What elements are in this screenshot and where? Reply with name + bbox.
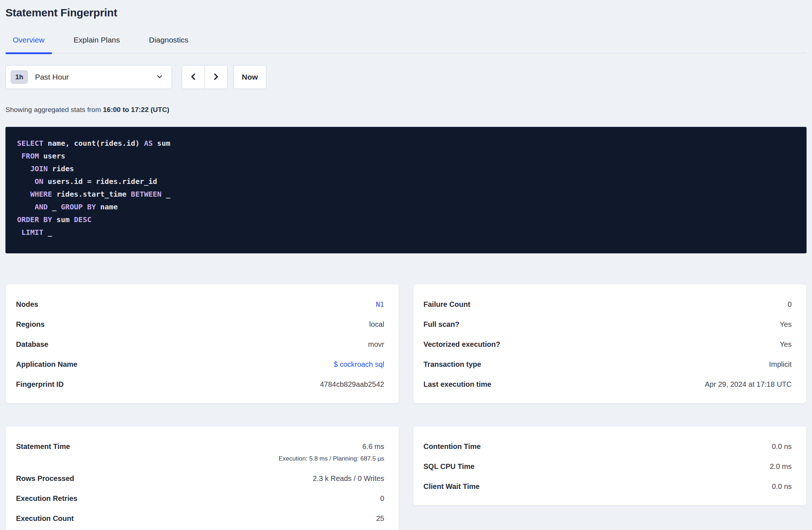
sql-text bbox=[17, 190, 30, 198]
tab-overview[interactable]: Overview bbox=[5, 36, 52, 53]
sql-text: users.id = rides.rider_id bbox=[43, 177, 157, 186]
stat-row: Client Wait Time0.0 ns bbox=[423, 477, 792, 497]
sql-keyword: ORDER BY bbox=[17, 215, 52, 224]
sql-text: name bbox=[96, 202, 118, 211]
sql-keyword: LIMIT bbox=[21, 228, 43, 237]
stats-line-prefix: Showing aggregated stats from bbox=[5, 106, 101, 113]
sql-line: JOIN rides bbox=[17, 162, 795, 175]
sql-line: WHERE rides.start_time BETWEEN _ bbox=[17, 188, 795, 201]
stat-row: NodesN1 bbox=[16, 294, 384, 314]
statement-info-card: NodesN1RegionslocalDatabasemovrApplicati… bbox=[5, 284, 399, 403]
tab-diagnostics[interactable]: Diagnostics bbox=[142, 36, 196, 53]
time-arrows-group bbox=[182, 65, 228, 89]
stat-label: Application Name bbox=[16, 360, 77, 369]
stat-row: Execution Count25 bbox=[16, 509, 384, 529]
time-picker: 1h Past Hour Now bbox=[5, 65, 807, 89]
stat-label: Client Wait Time bbox=[423, 482, 479, 491]
sql-text: sum bbox=[153, 139, 170, 148]
stat-row: Regionslocal bbox=[16, 314, 384, 334]
sql-line: ORDER BY sum DESC bbox=[17, 213, 795, 226]
stat-label: Database bbox=[16, 340, 48, 349]
sql-line: SELECT name, count(rides.id) AS sum bbox=[17, 137, 795, 150]
stat-row: Contention Time0.0 ns bbox=[423, 437, 792, 457]
sql-text: name, count(rides.id) bbox=[43, 139, 144, 148]
next-time-button[interactable] bbox=[205, 65, 228, 89]
sql-keyword: FROM bbox=[21, 152, 39, 160]
stat-value: 4784cb829aab2542 bbox=[320, 380, 384, 388]
chevron-down-icon bbox=[156, 73, 164, 82]
stat-row: Execution Retries0 bbox=[16, 489, 384, 509]
time-range-label: Past Hour bbox=[35, 73, 156, 81]
now-button[interactable]: Now bbox=[233, 65, 266, 89]
statement-timing-card: Statement Time6.6 msExecution: 5.8 ms / … bbox=[5, 426, 399, 530]
stat-row: Transaction typeImplicit bbox=[423, 354, 792, 374]
sql-line: FROM users bbox=[17, 150, 795, 162]
stat-row: Full scan?Yes bbox=[423, 314, 792, 334]
stat-value: 6.6 ms bbox=[362, 442, 384, 450]
stat-value: local bbox=[369, 320, 384, 328]
chevron-right-icon bbox=[212, 72, 220, 82]
stat-label: Execution Count bbox=[16, 514, 74, 523]
stat-label: Transaction type bbox=[423, 360, 481, 369]
sql-text bbox=[17, 164, 30, 173]
sql-line: ON users.id = rides.rider_id bbox=[17, 175, 795, 188]
stat-label: Fingerprint ID bbox=[16, 380, 64, 389]
stat-value: Yes bbox=[780, 340, 792, 348]
stat-row: Vectorized execution?Yes bbox=[423, 334, 792, 354]
stat-row: Failure Count0 bbox=[423, 294, 792, 314]
execution-attributes-card: Failure Count0Full scan?YesVectorized ex… bbox=[413, 284, 807, 403]
sql-keyword: BETWEEN bbox=[131, 190, 161, 198]
sql-line: AND _ GROUP BY name bbox=[17, 201, 795, 213]
sql-keyword: JOIN bbox=[30, 164, 48, 173]
stat-label: Execution Retries bbox=[16, 494, 77, 503]
stat-value-link[interactable]: $ cockroach sql bbox=[334, 360, 384, 368]
tab-explain-plans[interactable]: Explain Plans bbox=[67, 36, 127, 53]
sql-keyword: AS bbox=[144, 139, 153, 148]
stat-row: SQL CPU Time2.0 ms bbox=[423, 457, 792, 477]
stat-row: Rows Processed2.3 k Reads / 0 Writes bbox=[16, 469, 384, 489]
stats-cards: NodesN1RegionslocalDatabasemovrApplicati… bbox=[5, 284, 807, 530]
stat-value: 25 bbox=[376, 514, 384, 522]
stat-label: Nodes bbox=[16, 300, 38, 309]
sql-keyword: DESC bbox=[74, 215, 92, 224]
tab-bar: Overview Explain Plans Diagnostics bbox=[5, 36, 807, 53]
sql-text bbox=[17, 177, 35, 186]
sql-line: LIMIT _ bbox=[17, 226, 795, 239]
sql-text: rides.start_time bbox=[52, 190, 131, 198]
stat-label: Vectorized execution? bbox=[423, 340, 500, 349]
stat-value: 0 bbox=[380, 494, 384, 502]
wait-time-card: Contention Time0.0 nsSQL CPU Time2.0 msC… bbox=[413, 426, 807, 506]
sql-keyword: AND bbox=[35, 202, 48, 211]
sql-keyword: ON bbox=[35, 177, 43, 186]
stat-label: Contention Time bbox=[423, 442, 481, 451]
sql-statement-box: SELECT name, count(rides.id) AS sum FROM… bbox=[5, 127, 807, 253]
stat-value: 0.0 ns bbox=[772, 442, 792, 450]
stat-label: Last execution time bbox=[423, 380, 491, 389]
sql-keyword: GROUP BY bbox=[61, 202, 96, 211]
stat-row: Fingerprint ID4784cb829aab2542 bbox=[16, 374, 384, 394]
prev-time-button[interactable] bbox=[182, 65, 205, 89]
sql-text: sum bbox=[52, 215, 74, 224]
stats-line-range: 16:00 to 17:22 (UTC) bbox=[103, 106, 169, 113]
aggregated-stats-line: Showing aggregated stats from 16:00 to 1… bbox=[5, 106, 807, 114]
stat-value-link[interactable]: N1 bbox=[376, 300, 384, 308]
stat-label: Full scan? bbox=[423, 320, 459, 329]
stat-value: Apr 29, 2024 at 17:18 UTC bbox=[705, 380, 792, 388]
stat-value: 2.3 k Reads / 0 Writes bbox=[313, 474, 384, 482]
stat-label: Regions bbox=[16, 320, 45, 329]
sql-text: _ bbox=[43, 228, 52, 237]
page: Statement Fingerprint Overview Explain P… bbox=[0, 7, 812, 530]
stat-row: Application Name$ cockroach sql bbox=[16, 354, 384, 374]
stat-label: Rows Processed bbox=[16, 474, 74, 483]
stat-value: Yes bbox=[780, 320, 792, 328]
stat-row: Last execution timeApr 29, 2024 at 17:18… bbox=[423, 374, 792, 394]
sql-text: users bbox=[39, 152, 65, 160]
stat-row: Statement Time6.6 msExecution: 5.8 ms / … bbox=[16, 437, 384, 469]
sql-text: _ bbox=[48, 202, 61, 211]
stat-label: SQL CPU Time bbox=[423, 462, 474, 471]
stat-row: Databasemovr bbox=[16, 334, 384, 354]
time-range-select[interactable]: 1h Past Hour bbox=[5, 65, 172, 89]
sql-keyword: WHERE bbox=[30, 190, 52, 198]
sql-text: rides bbox=[48, 164, 74, 173]
sql-text bbox=[17, 152, 21, 160]
